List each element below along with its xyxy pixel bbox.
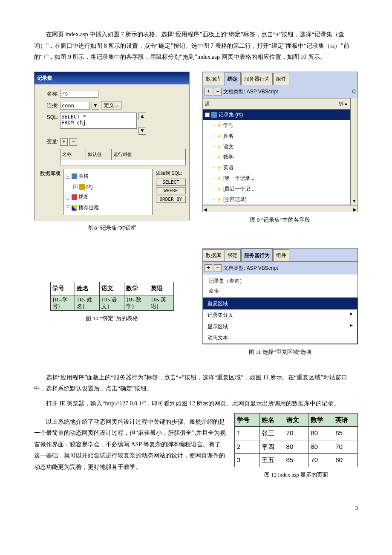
expand-icon[interactable]: + — [66, 205, 70, 210]
panel-tabs: 数据库 绑定 服务器行为 组件 — [203, 72, 357, 85]
field-item[interactable]: ┈⚡英语 — [203, 162, 350, 173]
body-para-3: 打开 IE 浏览器，输入“http://127.0.0.1/”，即可看到如图 1… — [34, 398, 358, 410]
tab-server-behaviors[interactable]: 服务器行为 — [241, 73, 273, 85]
bound-table: 学号姓名语文数学英语 {Rs.学号}{Rs.姓名}{Rs.语文}{Rs.数学}{… — [50, 282, 174, 311]
remove-var-button[interactable]: − — [69, 138, 77, 146]
dropdown-icon[interactable]: ▼ — [92, 102, 99, 110]
server-behaviors-panel: 数据库 绑定 服务器行为 组件 + − 文档类型: ASP VBScript 记… — [202, 248, 358, 344]
scroll-down-icon[interactable]: ▼ — [138, 127, 146, 135]
table-header: 数学 — [308, 413, 333, 427]
menu-dynamic-text[interactable]: 动态文本 — [203, 332, 357, 344]
scroll-up-icon[interactable]: ▲ — [138, 113, 146, 120]
field-item[interactable]: ┈⚡姓名 — [203, 131, 350, 142]
table-header: 英语 — [333, 413, 358, 427]
table-header: 姓名 — [75, 282, 100, 295]
table-icon — [79, 184, 85, 190]
refresh-icon[interactable]: C — [352, 87, 356, 97]
tab-bindings[interactable]: 绑定 — [225, 72, 241, 85]
body-para-2: 选择“应用程序”面板上的“服务器行为”标签，点击“+”按钮，选择“重复区域”，如… — [34, 372, 358, 395]
table-cell: 李四 — [259, 440, 284, 454]
tab-components[interactable]: 组件 — [273, 73, 289, 85]
table-cell: {Rs.英语} — [149, 295, 173, 311]
vertical-scrollbar[interactable]: ▼ — [351, 98, 357, 205]
conn-select[interactable] — [60, 102, 90, 110]
figure-12-caption: 图 12 index.asp 显示的页面 — [234, 470, 358, 480]
db-tree[interactable]: −表格 +chj +视图 +预存过程 — [63, 169, 153, 215]
field-item[interactable]: ┈⚡数学 — [203, 152, 350, 162]
field-icon: ⚡ — [216, 132, 222, 140]
field-icon: ⚡ — [216, 153, 222, 161]
where-button[interactable]: WHERE — [156, 187, 186, 194]
field-icon: ⚡ — [216, 196, 222, 204]
var-grid-header: 名称 默认值 运行时值 — [60, 149, 186, 160]
bindings-list[interactable]: 源 绑 ▲ − 记录集 (rs) ┈⚡学号┈⚡姓名┈⚡语文┈⚡数学┈⚡英语┈⚡[… — [203, 98, 351, 205]
field-item[interactable]: ┈⚡[全部记录] — [203, 194, 350, 205]
body-para-1: 在网页 index.asp 中插入如图 7 所示的表格。选择“应用程序”面板上的… — [34, 29, 358, 63]
tab-server-behaviors[interactable]: 服务器行为 — [241, 249, 273, 261]
table-cell: 85 — [333, 427, 358, 440]
field-item[interactable]: ┈⚡[第一个记录... — [203, 173, 350, 184]
table-row: 3王五857080 — [235, 454, 358, 467]
recordset-icon — [211, 112, 217, 118]
add-binding-button[interactable]: + — [205, 88, 212, 95]
var-label: 变量: — [38, 137, 58, 147]
field-item[interactable]: ┈⚡[最后一个记... — [203, 184, 350, 194]
result-table: 学号姓名语文数学英语 1张三7080852李四8080703王五857080 — [234, 413, 358, 467]
field-item[interactable]: ┈⚡语文 — [203, 142, 350, 152]
remove-binding-button[interactable]: − — [214, 88, 222, 95]
tab-database[interactable]: 数据库 — [203, 73, 224, 85]
figure-12: 学号姓名语文数学英语 1张三7080852李四8080703王五857080 图… — [234, 413, 358, 486]
figure-10: 学号姓名语文数学英语 {Rs.学号}{Rs.姓名}{Rs.语文}{Rs.数学}{… — [34, 248, 190, 364]
scroll-up-icon[interactable]: ▲ — [343, 99, 349, 108]
body-para-4: 以上系统地介绍了动态网页的设计过程中关键的步骤。虽然介绍的是一个最简单的动态网页… — [34, 416, 226, 473]
table-header: 语文 — [284, 413, 308, 427]
table-cell: 张三 — [259, 427, 284, 440]
tab-components[interactable]: 组件 — [273, 249, 289, 261]
tab-bindings[interactable]: 绑定 — [225, 249, 241, 261]
table-row: 1张三708085 — [235, 427, 358, 440]
tab-database[interactable]: 数据库 — [203, 249, 224, 261]
menu-show-region[interactable]: 显示区域 — [203, 321, 357, 332]
dialog-titlebar: 记录集 — [35, 72, 189, 84]
table-header: 英语 — [149, 282, 173, 295]
sql-label: SQL: — [38, 113, 58, 122]
collapse-icon[interactable]: − — [66, 174, 70, 179]
table-cell: 1 — [235, 427, 259, 440]
select-button[interactable]: SELECT — [156, 179, 186, 186]
page-number: 3 — [34, 503, 358, 514]
add-sql-label: 添加到 SQL: — [156, 169, 186, 178]
field-icon: ⚡ — [216, 185, 222, 193]
table-cell: 王五 — [259, 454, 284, 467]
field-item[interactable]: ┈⚡学号 — [203, 120, 350, 131]
define-button[interactable]: 定义... — [101, 101, 121, 110]
figure-8: 记录集 名称: 连接: ▼ 定义... SQL: SELECT * FROM c… — [34, 72, 190, 240]
add-var-button[interactable]: + — [60, 138, 68, 146]
horizontal-scrollbar[interactable]: ◀▶ — [203, 205, 357, 212]
table-header: 语文 — [100, 282, 124, 295]
add-behavior-button[interactable]: + — [205, 264, 212, 272]
menu-command[interactable]: 命令 — [209, 286, 352, 296]
view-icon — [72, 194, 77, 200]
table-cell: 80 — [284, 440, 308, 454]
field-icon: ⚡ — [216, 121, 222, 130]
recordset-dialog: 记录集 名称: 连接: ▼ 定义... SQL: SELECT * FROM c… — [34, 72, 190, 220]
recordset-node[interactable]: − 记录集 (rs) — [203, 110, 350, 120]
bind-column: 绑 — [339, 99, 343, 108]
expand-icon[interactable]: + — [73, 185, 78, 189]
orderby-button[interactable]: ORDER BY — [156, 196, 186, 203]
expand-icon[interactable]: + — [66, 195, 70, 199]
figure-8-caption: 图 8 “记录集”对话框 — [34, 223, 190, 234]
remove-behavior-button[interactable]: − — [214, 264, 222, 272]
field-icon: ⚡ — [216, 174, 222, 182]
doctype-label: 文档类型: ASP VBScript — [223, 87, 278, 97]
menu-repeat-region[interactable]: 重复区域 — [203, 298, 357, 309]
conn-label: 连接: — [38, 101, 58, 110]
table-cell: {Rs.语文} — [100, 295, 124, 311]
table-cell: 70 — [284, 427, 308, 440]
figure-11: 数据库 绑定 服务器行为 组件 + − 文档类型: ASP VBScript 记… — [202, 248, 358, 364]
menu-recordset-query[interactable]: 记录集（查询） — [209, 276, 352, 286]
table-cell: 80 — [308, 427, 333, 440]
sql-textarea[interactable]: SELECT * FROM chj — [60, 113, 137, 129]
name-input[interactable] — [60, 90, 98, 98]
menu-recordset-paging[interactable]: 记录集分页 — [203, 309, 357, 321]
